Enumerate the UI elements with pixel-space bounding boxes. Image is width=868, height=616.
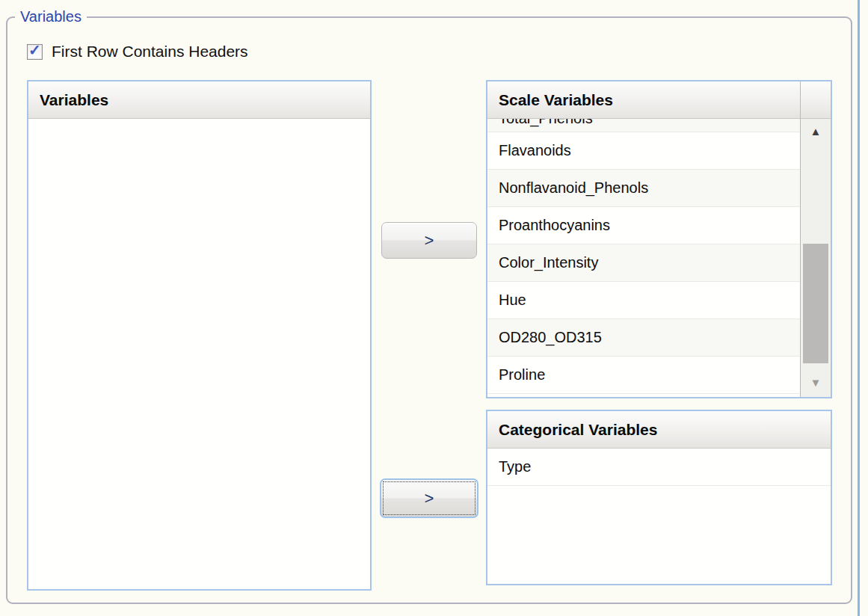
groupbox-legend: Variables — [15, 8, 87, 25]
move-to-scale-button[interactable]: > — [381, 222, 477, 259]
scale-variables-header-scroll-cap — [800, 81, 831, 119]
scale-variables-scrollbar[interactable]: ▲ ▼ — [800, 119, 831, 397]
list-item[interactable]: Nonflavanoid_Phenols — [487, 170, 800, 207]
right-panel-edge — [858, 0, 860, 616]
scroll-up-icon[interactable]: ▲ — [801, 123, 831, 140]
categorical-variables-header: Categorical Variables — [487, 411, 831, 449]
list-item[interactable]: Proanthocyanins — [487, 207, 800, 244]
clipped-list-item[interactable]: Total_Phenols — [487, 119, 800, 132]
move-to-categorical-button-label: > — [383, 481, 475, 515]
list-item[interactable]: Flavanoids — [487, 132, 800, 170]
scroll-thumb[interactable] — [803, 244, 828, 363]
categorical-variables-list: Categorical Variables Type — [486, 410, 832, 585]
scale-variables-body: Total_Phenols FlavanoidsNonflavanoid_Phe… — [487, 119, 831, 397]
list-item[interactable]: Type — [487, 449, 831, 486]
first-row-headers-checkbox[interactable]: ✓ — [27, 44, 43, 60]
clipped-list-item-label: Total_Phenols — [487, 119, 800, 132]
categorical-variables-body[interactable]: Type — [487, 449, 831, 584]
scale-variables-items-col[interactable]: Total_Phenols FlavanoidsNonflavanoid_Phe… — [487, 119, 800, 397]
first-row-headers-label: First Row Contains Headers — [52, 43, 248, 61]
scale-variables-header: Scale Variables — [487, 81, 800, 119]
move-to-categorical-button[interactable]: > — [380, 478, 478, 518]
variables-list-body[interactable] — [28, 119, 370, 589]
categorical-variables-rows: Type — [487, 449, 831, 584]
scale-variables-list: Scale Variables Total_Phenols Flavanoids… — [486, 80, 832, 398]
scale-variables-header-row: Scale Variables — [487, 81, 831, 119]
variables-list: Variables — [27, 80, 372, 591]
variables-list-header-row: Variables — [28, 81, 370, 119]
list-item[interactable]: Proline — [487, 357, 800, 394]
variables-list-header: Variables — [28, 81, 370, 119]
scroll-down-icon[interactable]: ▼ — [801, 375, 831, 391]
list-item[interactable]: OD280_OD315 — [487, 319, 800, 357]
list-item[interactable]: Hue — [487, 282, 800, 319]
variables-list-rows — [28, 119, 370, 589]
first-row-headers-checkbox-row: ✓ First Row Contains Headers — [27, 43, 248, 61]
scale-variables-rows: FlavanoidsNonflavanoid_PhenolsProanthocy… — [487, 132, 800, 394]
checkmark-icon: ✓ — [28, 43, 41, 58]
list-item[interactable]: Color_Intensity — [487, 244, 800, 282]
categorical-variables-header-row: Categorical Variables — [487, 411, 831, 449]
